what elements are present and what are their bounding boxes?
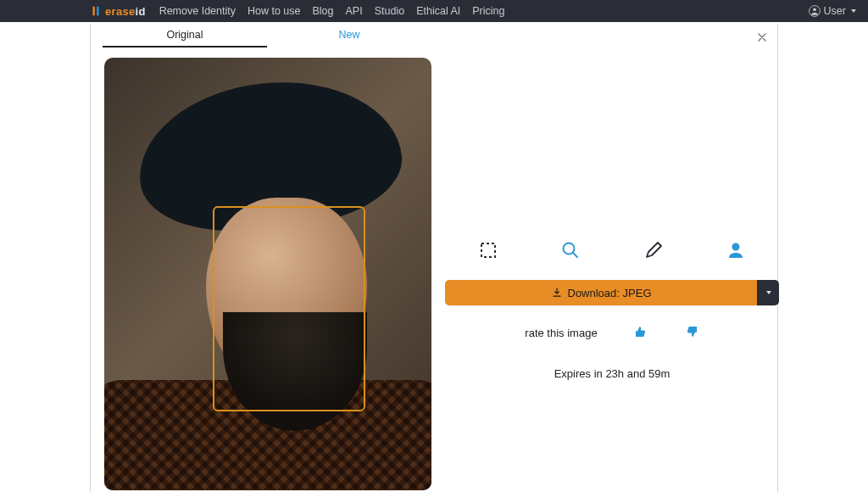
- chevron-down-icon: [766, 291, 771, 294]
- logo-icon: [90, 5, 102, 17]
- download-label: Download: JPEG: [568, 287, 652, 299]
- image-preview: [104, 58, 431, 490]
- thumbs-down-button[interactable]: [684, 324, 699, 342]
- pencil-icon: [643, 240, 664, 260]
- tab-new[interactable]: New: [267, 24, 431, 48]
- search-icon: [560, 240, 581, 260]
- nav-studio[interactable]: Studio: [375, 5, 404, 17]
- svg-point-1: [813, 8, 816, 11]
- close-icon: [756, 31, 768, 43]
- user-label: User: [824, 5, 846, 17]
- nav-links: Remove Identity How to use Blog API Stud…: [159, 5, 809, 17]
- nav-pricing[interactable]: Pricing: [472, 5, 504, 17]
- thumbs-down-icon: [684, 324, 699, 339]
- crop-icon: [478, 240, 498, 260]
- person-icon: [726, 240, 746, 260]
- user-menu[interactable]: User: [809, 5, 856, 17]
- download-group: Download: JPEG: [445, 280, 779, 305]
- rate-label: rate this image: [525, 327, 597, 339]
- nav-api[interactable]: API: [346, 5, 363, 17]
- download-button[interactable]: Download: JPEG: [445, 280, 757, 305]
- editor-stage: Original New: [90, 24, 778, 492]
- thumbs-up-icon: [633, 324, 648, 339]
- nav-remove-identity[interactable]: Remove Identity: [159, 5, 236, 17]
- face-bounding-box[interactable]: [213, 206, 365, 411]
- thumbs-up-button[interactable]: [633, 324, 648, 342]
- brand-logo[interactable]: eraseid: [90, 5, 146, 18]
- rate-row: rate this image: [445, 324, 779, 342]
- nav-how-to-use[interactable]: How to use: [248, 5, 301, 17]
- crop-tool[interactable]: [465, 236, 511, 265]
- expiry-label: Expires in 23h and 59m: [445, 367, 779, 380]
- tool-row: [447, 236, 777, 265]
- close-button[interactable]: [754, 29, 771, 46]
- svg-point-4: [732, 243, 740, 251]
- edit-tool[interactable]: [631, 236, 676, 265]
- view-tabs: Original New: [103, 24, 431, 48]
- user-icon: [809, 5, 821, 17]
- brand-text: eraseid: [105, 5, 146, 18]
- download-format-dropdown[interactable]: [757, 280, 779, 305]
- nav-ethical-ai[interactable]: Ethical AI: [416, 5, 460, 17]
- nav-blog[interactable]: Blog: [313, 5, 334, 17]
- chevron-down-icon: [851, 9, 856, 13]
- zoom-tool[interactable]: [548, 236, 593, 265]
- profile-tool[interactable]: [713, 236, 759, 265]
- tab-original[interactable]: Original: [103, 24, 267, 48]
- download-icon: [551, 287, 563, 299]
- svg-rect-2: [481, 243, 495, 257]
- navbar: eraseid Remove Identity How to use Blog …: [0, 0, 868, 22]
